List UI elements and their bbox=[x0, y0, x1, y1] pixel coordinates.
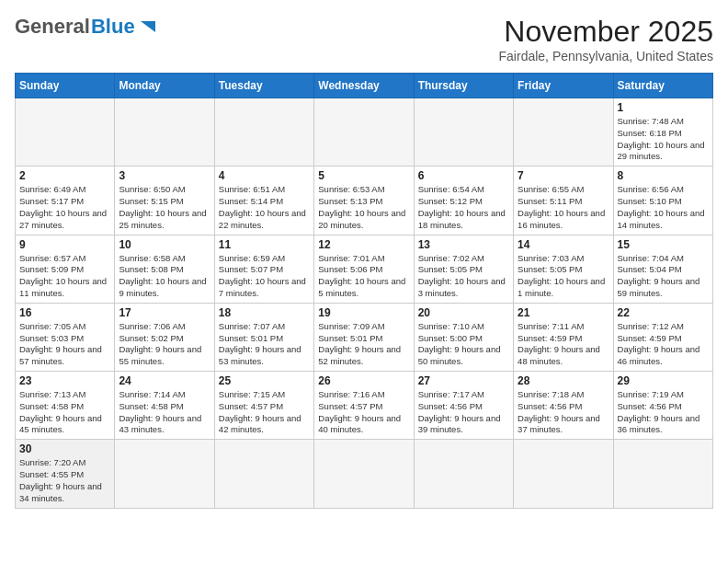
logo-general-text: General bbox=[15, 15, 90, 39]
calendar-cell bbox=[16, 98, 115, 167]
page-header: General Blue November 2025 Fairdale, Pen… bbox=[15, 15, 713, 63]
day-number: 21 bbox=[518, 306, 609, 319]
calendar-cell bbox=[414, 98, 513, 167]
day-info: Sunrise: 7:10 AM Sunset: 5:00 PM Dayligh… bbox=[418, 321, 509, 368]
day-info: Sunrise: 6:51 AM Sunset: 5:14 PM Dayligh… bbox=[219, 184, 310, 231]
calendar-cell: 11Sunrise: 6:59 AM Sunset: 5:07 PM Dayli… bbox=[214, 235, 313, 303]
calendar-cell: 10Sunrise: 6:58 AM Sunset: 5:08 PM Dayli… bbox=[115, 235, 214, 303]
day-number: 8 bbox=[618, 169, 709, 182]
calendar-cell: 6Sunrise: 6:54 AM Sunset: 5:12 PM Daylig… bbox=[414, 167, 513, 235]
day-info: Sunrise: 7:02 AM Sunset: 5:05 PM Dayligh… bbox=[418, 253, 509, 300]
day-info: Sunrise: 7:16 AM Sunset: 4:57 PM Dayligh… bbox=[318, 389, 409, 436]
day-info: Sunrise: 7:11 AM Sunset: 4:59 PM Dayligh… bbox=[518, 321, 609, 368]
calendar-cell bbox=[115, 440, 214, 508]
day-info: Sunrise: 7:20 AM Sunset: 4:55 PM Dayligh… bbox=[19, 457, 110, 504]
day-info: Sunrise: 7:05 AM Sunset: 5:03 PM Dayligh… bbox=[19, 321, 110, 368]
calendar-cell: 21Sunrise: 7:11 AM Sunset: 4:59 PM Dayli… bbox=[514, 303, 613, 371]
day-number: 18 bbox=[219, 306, 310, 319]
day-header-friday: Friday bbox=[514, 74, 613, 98]
calendar-cell: 20Sunrise: 7:10 AM Sunset: 5:00 PM Dayli… bbox=[414, 303, 513, 371]
calendar-cell: 19Sunrise: 7:09 AM Sunset: 5:01 PM Dayli… bbox=[314, 303, 414, 371]
calendar-cell bbox=[514, 98, 613, 167]
day-info: Sunrise: 7:48 AM Sunset: 6:18 PM Dayligh… bbox=[618, 116, 709, 163]
day-number: 20 bbox=[418, 306, 509, 319]
calendar-cell: 2Sunrise: 6:49 AM Sunset: 5:17 PM Daylig… bbox=[16, 167, 115, 235]
day-info: Sunrise: 6:53 AM Sunset: 5:13 PM Dayligh… bbox=[318, 184, 409, 231]
svg-marker-0 bbox=[141, 21, 155, 32]
calendar-cell: 7Sunrise: 6:55 AM Sunset: 5:11 PM Daylig… bbox=[514, 167, 613, 235]
day-number: 5 bbox=[318, 169, 409, 182]
day-number: 4 bbox=[219, 169, 310, 182]
day-number: 2 bbox=[19, 169, 110, 182]
main-title: November 2025 bbox=[499, 15, 713, 49]
day-number: 7 bbox=[518, 169, 609, 182]
calendar-cell: 22Sunrise: 7:12 AM Sunset: 4:59 PM Dayli… bbox=[613, 303, 712, 371]
week-row-1: 1Sunrise: 7:48 AM Sunset: 6:18 PM Daylig… bbox=[16, 98, 713, 167]
day-info: Sunrise: 6:58 AM Sunset: 5:08 PM Dayligh… bbox=[119, 253, 210, 300]
day-number: 28 bbox=[518, 374, 609, 387]
calendar-cell: 29Sunrise: 7:19 AM Sunset: 4:56 PM Dayli… bbox=[613, 372, 712, 440]
day-info: Sunrise: 6:59 AM Sunset: 5:07 PM Dayligh… bbox=[219, 253, 310, 300]
day-number: 29 bbox=[618, 374, 709, 387]
day-number: 17 bbox=[119, 306, 210, 319]
day-number: 3 bbox=[119, 169, 210, 182]
calendar-table: SundayMondayTuesdayWednesdayThursdayFrid… bbox=[15, 73, 713, 509]
day-info: Sunrise: 6:49 AM Sunset: 5:17 PM Dayligh… bbox=[19, 184, 110, 231]
day-info: Sunrise: 7:18 AM Sunset: 4:56 PM Dayligh… bbox=[518, 389, 609, 436]
calendar-cell bbox=[514, 440, 613, 508]
logo-triangle-icon bbox=[138, 17, 158, 37]
day-info: Sunrise: 7:15 AM Sunset: 4:57 PM Dayligh… bbox=[219, 389, 310, 436]
header-row: SundayMondayTuesdayWednesdayThursdayFrid… bbox=[16, 74, 713, 98]
day-number: 11 bbox=[219, 238, 310, 251]
day-info: Sunrise: 7:07 AM Sunset: 5:01 PM Dayligh… bbox=[219, 321, 310, 368]
calendar-cell: 30Sunrise: 7:20 AM Sunset: 4:55 PM Dayli… bbox=[16, 440, 115, 508]
calendar-cell bbox=[115, 98, 214, 167]
week-row-4: 16Sunrise: 7:05 AM Sunset: 5:03 PM Dayli… bbox=[16, 303, 713, 371]
day-number: 30 bbox=[19, 442, 110, 455]
logo-icon: General Blue bbox=[15, 15, 158, 39]
day-number: 1 bbox=[618, 101, 709, 114]
calendar-cell bbox=[214, 440, 313, 508]
calendar-cell: 16Sunrise: 7:05 AM Sunset: 5:03 PM Dayli… bbox=[16, 303, 115, 371]
day-info: Sunrise: 7:13 AM Sunset: 4:58 PM Dayligh… bbox=[19, 389, 110, 436]
day-info: Sunrise: 7:14 AM Sunset: 4:58 PM Dayligh… bbox=[119, 389, 210, 436]
day-number: 22 bbox=[618, 306, 709, 319]
day-info: Sunrise: 7:01 AM Sunset: 5:06 PM Dayligh… bbox=[318, 253, 409, 300]
calendar-cell: 15Sunrise: 7:04 AM Sunset: 5:04 PM Dayli… bbox=[613, 235, 712, 303]
calendar-cell: 13Sunrise: 7:02 AM Sunset: 5:05 PM Dayli… bbox=[414, 235, 513, 303]
calendar-cell: 9Sunrise: 6:57 AM Sunset: 5:09 PM Daylig… bbox=[16, 235, 115, 303]
calendar-cell: 17Sunrise: 7:06 AM Sunset: 5:02 PM Dayli… bbox=[115, 303, 214, 371]
calendar-cell bbox=[314, 440, 414, 508]
logo: General Blue bbox=[15, 15, 158, 39]
day-info: Sunrise: 6:54 AM Sunset: 5:12 PM Dayligh… bbox=[418, 184, 509, 231]
day-info: Sunrise: 6:56 AM Sunset: 5:10 PM Dayligh… bbox=[618, 184, 709, 231]
calendar-cell: 18Sunrise: 7:07 AM Sunset: 5:01 PM Dayli… bbox=[214, 303, 313, 371]
calendar-cell bbox=[314, 98, 414, 167]
day-number: 9 bbox=[19, 238, 110, 251]
week-row-2: 2Sunrise: 6:49 AM Sunset: 5:17 PM Daylig… bbox=[16, 167, 713, 235]
calendar-body: 1Sunrise: 7:48 AM Sunset: 6:18 PM Daylig… bbox=[16, 98, 713, 509]
week-row-5: 23Sunrise: 7:13 AM Sunset: 4:58 PM Dayli… bbox=[16, 372, 713, 440]
day-number: 10 bbox=[119, 238, 210, 251]
day-info: Sunrise: 7:04 AM Sunset: 5:04 PM Dayligh… bbox=[618, 253, 709, 300]
calendar-cell: 4Sunrise: 6:51 AM Sunset: 5:14 PM Daylig… bbox=[214, 167, 313, 235]
day-number: 25 bbox=[219, 374, 310, 387]
day-number: 26 bbox=[318, 374, 409, 387]
week-row-6: 30Sunrise: 7:20 AM Sunset: 4:55 PM Dayli… bbox=[16, 440, 713, 508]
day-number: 12 bbox=[318, 238, 409, 251]
calendar-cell: 23Sunrise: 7:13 AM Sunset: 4:58 PM Dayli… bbox=[16, 372, 115, 440]
day-header-monday: Monday bbox=[115, 74, 214, 98]
calendar-cell bbox=[214, 98, 313, 167]
subtitle: Fairdale, Pennsylvania, United States bbox=[499, 49, 713, 63]
day-info: Sunrise: 7:09 AM Sunset: 5:01 PM Dayligh… bbox=[318, 321, 409, 368]
day-header-sunday: Sunday bbox=[16, 74, 115, 98]
day-info: Sunrise: 6:57 AM Sunset: 5:09 PM Dayligh… bbox=[19, 253, 110, 300]
calendar-cell: 28Sunrise: 7:18 AM Sunset: 4:56 PM Dayli… bbox=[514, 372, 613, 440]
logo-blue-text: Blue bbox=[91, 15, 135, 39]
calendar-header: SundayMondayTuesdayWednesdayThursdayFrid… bbox=[16, 74, 713, 98]
calendar-cell: 24Sunrise: 7:14 AM Sunset: 4:58 PM Dayli… bbox=[115, 372, 214, 440]
title-area: November 2025 Fairdale, Pennsylvania, Un… bbox=[499, 15, 713, 63]
day-number: 13 bbox=[418, 238, 509, 251]
calendar-cell: 27Sunrise: 7:17 AM Sunset: 4:56 PM Dayli… bbox=[414, 372, 513, 440]
calendar-cell: 1Sunrise: 7:48 AM Sunset: 6:18 PM Daylig… bbox=[613, 98, 712, 167]
